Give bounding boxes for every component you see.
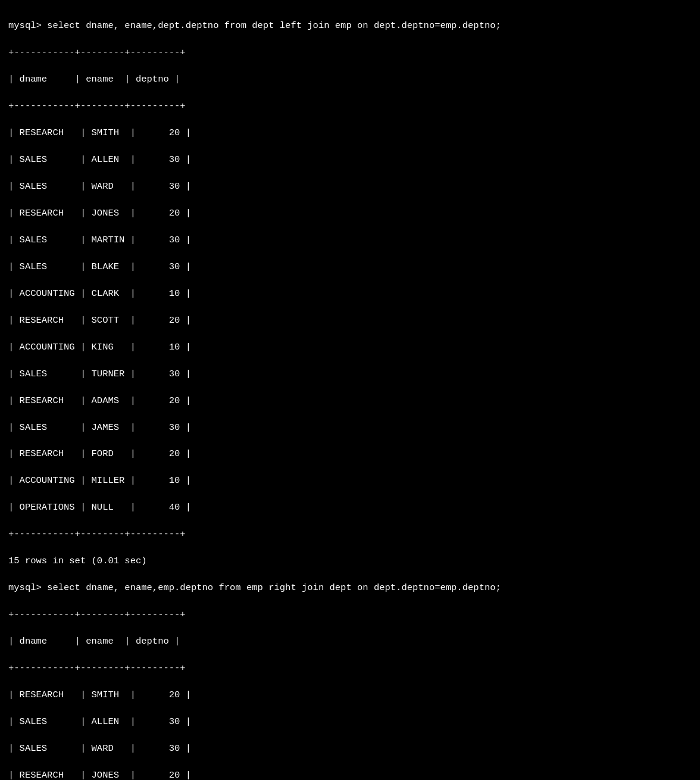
terminal-output: mysql> select dname, ename,dept.deptno f… (8, 6, 692, 780)
row1-3: | SALES | WARD | 30 | (8, 180, 692, 193)
row2-1: | RESEARCH | SMITH | 20 | (8, 688, 692, 701)
row1-4: | RESEARCH | JONES | 20 | (8, 207, 692, 220)
separator2-top: +-----------+--------+---------+ (8, 608, 692, 621)
row2-2: | SALES | ALLEN | 30 | (8, 715, 692, 728)
row2-4: | RESEARCH | JONES | 20 | (8, 769, 692, 780)
row1-10: | SALES | TURNER | 30 | (8, 367, 692, 380)
separator1-mid: +-----------+--------+---------+ (8, 99, 692, 113)
row1-13: | RESEARCH | FORD | 20 | (8, 447, 692, 460)
rowcount1: 15 rows in set (0.01 sec) (8, 554, 692, 567)
row1-9: | ACCOUNTING | KING | 10 | (8, 341, 692, 354)
separator1-bot: +-----------+--------+---------+ (8, 528, 692, 541)
query1-line: mysql> select dname, ename,dept.deptno f… (8, 19, 692, 32)
row1-12: | SALES | JAMES | 30 | (8, 421, 692, 434)
row2-3: | SALES | WARD | 30 | (8, 742, 692, 755)
header-line1: | dname | ename | deptno | (8, 73, 692, 86)
row1-8: | RESEARCH | SCOTT | 20 | (8, 314, 692, 327)
query2-line: mysql> select dname, ename,emp.deptno fr… (8, 581, 692, 594)
separator2-mid: +-----------+--------+---------+ (8, 662, 692, 675)
row1-15: | OPERATIONS | NULL | 40 | (8, 501, 692, 514)
separator1-top: +-----------+--------+---------+ (8, 46, 692, 59)
row1-6: | SALES | BLAKE | 30 | (8, 260, 692, 273)
row1-7: | ACCOUNTING | CLARK | 10 | (8, 287, 692, 300)
row1-2: | SALES | ALLEN | 30 | (8, 153, 692, 166)
row1-11: | RESEARCH | ADAMS | 20 | (8, 394, 692, 407)
row1-14: | ACCOUNTING | MILLER | 10 | (8, 474, 692, 487)
row1-1: | RESEARCH | SMITH | 20 | (8, 126, 692, 139)
row1-5: | SALES | MARTIN | 30 | (8, 233, 692, 247)
header-line2: | dname | ename | deptno | (8, 635, 692, 648)
